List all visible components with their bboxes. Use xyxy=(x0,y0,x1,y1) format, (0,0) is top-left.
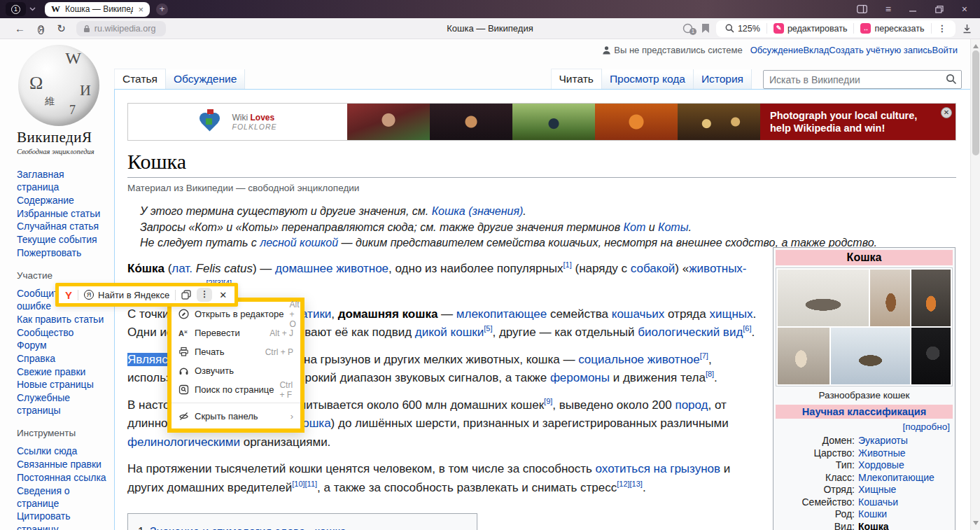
yandex-context-menu: Открыть в редакторе Alt + O Aж Перевести… xyxy=(167,298,304,433)
menu-item-open-in-editor[interactable]: Открыть в редакторе Alt + O xyxy=(172,305,300,323)
personal-link[interactable]: Вклад xyxy=(803,45,829,55)
sidebar-item[interactable]: Сообщество xyxy=(17,326,108,339)
sidebar-item[interactable]: Сведения о странице xyxy=(17,484,108,510)
toc-item[interactable]: 1Значение и этимология слова «кошка» xyxy=(138,524,467,530)
sidebar-item[interactable]: Заглавная страница xyxy=(17,168,108,193)
scrollbar-thumb[interactable] xyxy=(972,50,979,155)
classification-value-link[interactable]: Млекопитающие xyxy=(858,472,934,484)
scroll-up-icon[interactable] xyxy=(973,41,979,48)
menu-item-speak[interactable]: Озвучить xyxy=(172,361,300,380)
personal-link[interactable]: Войти xyxy=(932,45,958,55)
sidebar-item[interactable]: Текущие события xyxy=(17,233,108,246)
edit-page-button[interactable]: ✎ редактировать xyxy=(766,23,854,34)
tab-article[interactable]: Статья xyxy=(114,69,166,90)
classification-value-link[interactable]: Животные xyxy=(858,447,906,460)
window-controls: ≡ × xyxy=(857,4,974,15)
new-tab-button[interactable]: + xyxy=(156,4,168,15)
tab-read[interactable]: Читать xyxy=(551,69,602,90)
sidebar-section-tools: Инструменты xyxy=(17,428,108,438)
classification-detail: [подробно] xyxy=(776,419,953,433)
tab-view-source[interactable]: Просмотр кода xyxy=(602,69,694,90)
wikipedia-globe-logo[interactable]: Ω W И 7 維 xyxy=(18,45,99,126)
wikipedia-tagline: Свободная энциклопедия xyxy=(17,148,108,155)
user-icon xyxy=(602,46,611,55)
tab-talk[interactable]: Обсуждение xyxy=(166,69,245,90)
zoom-level-button[interactable]: 125% xyxy=(719,24,766,34)
yandex-home-icon[interactable]: Я xyxy=(31,22,50,35)
back-icon[interactable]: ← xyxy=(8,22,31,34)
edit-icon: ✎ xyxy=(774,23,784,34)
menu-item-translate[interactable]: Aж Перевести Alt + J xyxy=(172,323,300,342)
cat-photo-orange-white[interactable] xyxy=(911,270,951,326)
close-window-icon[interactable]: × xyxy=(962,4,967,15)
copy-icon[interactable] xyxy=(181,290,191,300)
browser-tab[interactable]: W Кошка — Википедия × xyxy=(45,2,150,17)
personal-link[interactable]: Обсуждение xyxy=(750,45,804,55)
popup-close-icon[interactable]: ✕ xyxy=(218,290,228,300)
address-bar[interactable]: ru.wikipedia.org xyxy=(76,21,166,36)
find-in-yandex-button[interactable]: Я Найти в Яндексе xyxy=(84,290,169,300)
classification-value-link[interactable]: Кошачьи xyxy=(858,496,898,509)
tab-history[interactable]: История xyxy=(694,69,752,90)
wlf-banner[interactable]: Wiki Loves FOLKLORE Photograph your loca… xyxy=(127,103,956,141)
minimize-icon[interactable] xyxy=(909,6,917,13)
sidebar-item[interactable]: Цитировать страницу xyxy=(17,510,108,530)
classification-value-link[interactable]: Кошка xyxy=(858,521,889,530)
classification-row: Тип: Хордовые xyxy=(780,459,948,472)
search-icon[interactable] xyxy=(946,74,957,85)
bookmark-icon[interactable] xyxy=(702,24,709,33)
toolbar-more-icon[interactable]: ⋮ xyxy=(931,23,953,34)
classification-value-link[interactable]: Хордовые xyxy=(858,459,904,472)
search-input[interactable] xyxy=(763,70,962,89)
popup-more-icon[interactable]: ⋮ xyxy=(197,288,212,302)
downloads-icon[interactable] xyxy=(962,24,972,34)
sidebar-item[interactable]: Ссылки сюда xyxy=(17,445,108,457)
article-subtitle: Материал из Википедии — свободной энцикл… xyxy=(127,183,956,193)
sidebar-item[interactable]: Свежие правки xyxy=(17,365,108,378)
sidebar-item[interactable]: Как править статьи xyxy=(17,313,108,326)
detail-link[interactable]: [подробно] xyxy=(902,421,950,432)
sidebar-item[interactable]: Постоянная ссылка xyxy=(17,471,108,484)
banner-close-icon[interactable]: ✕ xyxy=(941,107,952,118)
sidebar-item[interactable]: Служебные страницы xyxy=(17,391,108,417)
classification-value-link[interactable]: Эукариоты xyxy=(858,435,908,447)
sidebar-item[interactable]: Пожертвовать xyxy=(17,246,108,259)
yandex-selection-popup: Y Я Найти в Яндексе ⋮ ✕ xyxy=(55,283,238,307)
tabs-dropdown-chevron[interactable] xyxy=(26,6,39,13)
cat-photo-snow-tabby[interactable] xyxy=(831,328,910,384)
restore-icon[interactable] xyxy=(935,6,944,13)
tab-close-icon[interactable]: × xyxy=(138,5,144,14)
sidebar-item[interactable]: Содержание xyxy=(17,194,108,207)
cat-photo-abyssinian[interactable] xyxy=(870,270,909,326)
folk-photo xyxy=(595,104,678,140)
cat-photo-siamese[interactable] xyxy=(778,328,830,384)
menu-item-hide-panel[interactable]: Скрыть панель › xyxy=(172,407,300,426)
classification-value-link[interactable]: Кошки xyxy=(858,508,887,521)
yandex-logo-icon[interactable]: Y xyxy=(65,289,72,301)
retell-button[interactable]: ‥ пересказать xyxy=(853,23,930,34)
yandex-circle-icon: Я xyxy=(84,290,94,300)
classification-header[interactable]: Научная классификация xyxy=(776,405,953,419)
sidebar-item[interactable]: Случайная статья xyxy=(17,220,108,232)
sidebar-item[interactable]: Форум xyxy=(17,339,108,351)
sidebar-nav-main: Заглавная страницаСодержаниеИзбранные ст… xyxy=(17,168,108,530)
tab-counter-button[interactable]: 1 xyxy=(6,2,26,16)
taxobox: Кошка Разнообразие кошек Научная классиф… xyxy=(773,247,955,530)
menu-item-find-on-page[interactable]: Поиск по странице Ctrl + F xyxy=(172,380,300,399)
classification-value-link[interactable]: Хищные xyxy=(858,484,896,496)
page-scrollbar[interactable] xyxy=(970,39,980,530)
sidebar-item[interactable]: Избранные статьи xyxy=(17,207,108,220)
browser-menu-icon[interactable]: ≡ xyxy=(886,4,891,15)
sidebar-item[interactable]: Связанные правки xyxy=(17,458,108,470)
cat-photo-dark-gray[interactable] xyxy=(911,328,951,384)
cat-photo-tabby-lying[interactable] xyxy=(778,270,869,326)
reload-icon[interactable]: ↻ xyxy=(50,22,72,35)
sidebar-item[interactable]: Новые страницы xyxy=(17,378,108,391)
svg-text:A: A xyxy=(178,329,184,337)
side-panel-icon[interactable] xyxy=(857,5,867,13)
protect-icon[interactable]: 1 xyxy=(682,23,695,34)
menu-item-print[interactable]: Печать Ctrl + P xyxy=(172,342,300,361)
sidebar-item[interactable]: Справка xyxy=(17,352,108,365)
personal-link[interactable]: Создать учётную запись xyxy=(829,45,932,55)
scroll-down-icon[interactable] xyxy=(973,521,979,528)
